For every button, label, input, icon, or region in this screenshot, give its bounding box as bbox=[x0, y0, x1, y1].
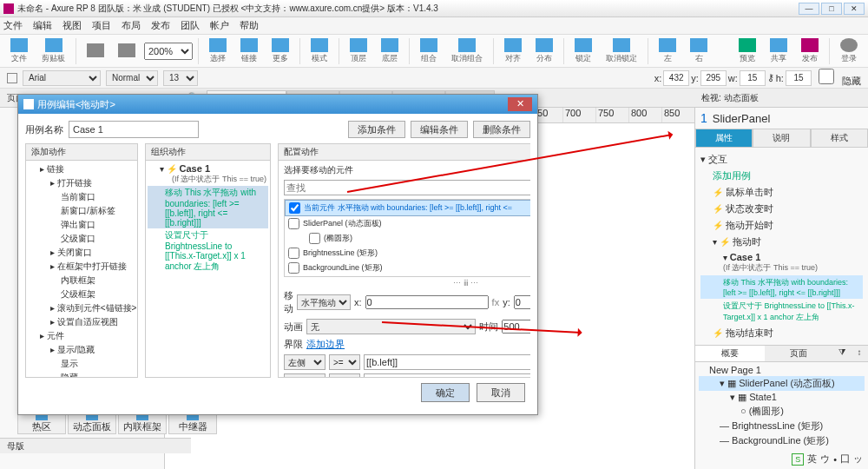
tool-right[interactable]: 右 bbox=[685, 38, 713, 64]
menu-team[interactable]: 团队 bbox=[181, 19, 200, 32]
move-x-input[interactable] bbox=[365, 295, 489, 309]
action-item[interactable]: 弹出窗口 bbox=[28, 218, 135, 232]
action-item[interactable]: 当前窗口 bbox=[28, 190, 135, 204]
cfg-search-input[interactable] bbox=[284, 180, 530, 195]
move-y-input[interactable] bbox=[514, 295, 530, 309]
menu-file[interactable]: 文件 bbox=[3, 19, 23, 32]
tool-bottom[interactable]: 底层 bbox=[376, 38, 404, 64]
y-input[interactable] bbox=[700, 70, 727, 86]
event-dragend[interactable]: ⚡ 拖动结束时 bbox=[700, 325, 863, 341]
cfg-widget-item[interactable]: (椭圆形) bbox=[285, 231, 530, 246]
tool-unlock[interactable]: 取消锁定 bbox=[601, 38, 642, 64]
menu-edit[interactable]: 编辑 bbox=[33, 19, 52, 32]
anim-type-select[interactable]: 无 bbox=[306, 319, 476, 334]
action-item[interactable]: 父级框架 bbox=[28, 287, 135, 301]
action-item[interactable]: ▸ 打开链接 bbox=[28, 176, 135, 190]
outline-brightness[interactable]: — BrightnessLine (矩形) bbox=[699, 419, 865, 433]
tool-mode[interactable]: 模式 bbox=[306, 38, 333, 64]
w-input[interactable] bbox=[740, 70, 766, 86]
delete-condition-button[interactable]: 删除条件 bbox=[473, 121, 530, 138]
menu-layout[interactable]: 布局 bbox=[122, 19, 141, 32]
event-dragstart[interactable]: ⚡ 拖动开始时 bbox=[700, 217, 863, 234]
add-condition-button[interactable]: 添加条件 bbox=[348, 121, 405, 138]
menu-publish[interactable]: 发布 bbox=[151, 19, 170, 32]
tab-outline[interactable]: 概要 bbox=[695, 346, 765, 361]
anim-time-input[interactable] bbox=[502, 320, 530, 334]
org-case[interactable]: ▾ ⚡ Case 1(If 选中状态于 This == true) bbox=[148, 162, 268, 186]
tool-select[interactable]: 选择 bbox=[204, 38, 232, 64]
tool-ungroup[interactable]: 取消组合 bbox=[446, 38, 488, 64]
tool-top[interactable]: 顶层 bbox=[345, 38, 372, 64]
dialog-titlebar[interactable]: 用例编辑<拖动时> ✕ bbox=[18, 95, 537, 114]
tab-page[interactable]: 页面 bbox=[765, 346, 834, 361]
dialog-close-button[interactable]: ✕ bbox=[508, 97, 532, 111]
tool-distribute[interactable]: 分布 bbox=[530, 38, 558, 64]
tool-publish[interactable]: 发布 bbox=[796, 38, 824, 64]
tool-login[interactable]: 登录 bbox=[835, 38, 863, 64]
action-item[interactable]: ▸ 显示/隐藏 bbox=[28, 343, 135, 357]
actions-tree[interactable]: ▸ 链接▸ 打开链接当前窗口新窗口/新标签弹出窗口父级窗口▸ 关闭窗口▸ 在框架… bbox=[26, 161, 137, 377]
outline-page[interactable]: New Page 1 bbox=[699, 364, 865, 376]
org-move-action[interactable]: 移动 This 水平拖动 with boundaries: [left >= [… bbox=[148, 186, 268, 228]
cancel-button[interactable]: 取消 bbox=[477, 383, 525, 402]
move-type-select[interactable]: 水平拖动 bbox=[297, 294, 351, 310]
menu-view[interactable]: 视图 bbox=[62, 19, 82, 32]
tool-align[interactable]: 对齐 bbox=[499, 38, 527, 64]
edit-condition-button[interactable]: 编辑条件 bbox=[411, 121, 468, 138]
event-click[interactable]: ⚡ 鼠标单击时 bbox=[700, 184, 863, 201]
org-size-action[interactable]: 设置尺寸于 BrightnessLine to [[This.x-Target.… bbox=[148, 228, 268, 274]
action-item[interactable]: ▸ 链接 bbox=[28, 162, 135, 176]
sort-icon[interactable]: ↕ bbox=[851, 346, 868, 361]
filter-icon[interactable]: ⧩ bbox=[833, 346, 851, 361]
tool-more[interactable]: 更多 bbox=[266, 38, 294, 64]
action-item[interactable]: ▸ 元件 bbox=[28, 329, 135, 343]
action-item[interactable]: ▸ 设置自适应视图 bbox=[28, 315, 135, 329]
event-statechange[interactable]: ⚡ 状态改变时 bbox=[700, 201, 863, 217]
action-item[interactable]: ▸ 滚动到元件<锚链接> bbox=[28, 301, 135, 315]
move-action[interactable]: 移动 This 水平拖动 with boundaries: [left >= [… bbox=[700, 275, 863, 299]
tool-left[interactable]: 左 bbox=[654, 38, 681, 64]
rect-tool-icon[interactable] bbox=[7, 73, 17, 83]
ime-s-icon[interactable]: S bbox=[792, 453, 804, 466]
tab-style[interactable]: 样式 bbox=[811, 129, 868, 148]
menu-help[interactable]: 帮助 bbox=[240, 19, 259, 32]
tab-notes[interactable]: 说明 bbox=[753, 129, 810, 148]
weight-select[interactable]: Normal bbox=[106, 70, 158, 86]
minimize-button[interactable]: — bbox=[799, 3, 819, 15]
action-item[interactable]: ▸ 在框架中打开链接 bbox=[28, 260, 135, 274]
maximize-button[interactable]: □ bbox=[821, 3, 842, 15]
outline-state1[interactable]: ▾ ▦ State1 bbox=[699, 391, 865, 404]
lock-icon[interactable]: ⚷ bbox=[767, 72, 774, 83]
event-drag[interactable]: ▾ ⚡ 拖动时 bbox=[700, 234, 863, 250]
zoom-select[interactable]: 200% bbox=[144, 43, 193, 60]
outline-background[interactable]: — BackgroundLine (矩形) bbox=[699, 433, 865, 448]
tool-group-btn[interactable]: 组合 bbox=[415, 38, 443, 64]
tab-properties[interactable]: 属性 bbox=[695, 129, 753, 148]
case-node[interactable]: ▾ Case 1(If 选中状态于 This == true) bbox=[700, 250, 863, 275]
size-action[interactable]: 设置尺寸于 BrightnessLine to [[This.x-Target.… bbox=[700, 299, 863, 325]
case-name-input[interactable] bbox=[69, 121, 199, 138]
outline-ellipse[interactable]: ○ (椭圆形) bbox=[699, 404, 865, 419]
menu-project[interactable]: 项目 bbox=[92, 19, 111, 32]
tool-undo[interactable] bbox=[82, 43, 109, 58]
action-item[interactable]: ▸ 关闭窗口 bbox=[28, 246, 135, 260]
font-select[interactable]: Arial bbox=[23, 70, 101, 86]
tool-link[interactable]: 链接 bbox=[235, 38, 263, 64]
cfg-widget-list[interactable]: 当前元件 水平拖动 with boundaries: [left >= [[b.… bbox=[284, 199, 530, 277]
tool-preview[interactable]: 预览 bbox=[733, 38, 761, 64]
cfg-widget-item[interactable]: BrightnessLine (矩形) bbox=[285, 246, 530, 261]
h-input[interactable] bbox=[786, 70, 812, 86]
outline-slider[interactable]: ▾ ▦ SliderPanel (动态面板) bbox=[699, 376, 865, 391]
x-input[interactable] bbox=[663, 70, 689, 86]
action-item[interactable]: 隐藏 bbox=[28, 371, 135, 377]
action-item[interactable]: 显示 bbox=[28, 357, 135, 371]
add-boundary-link[interactable]: 添加边界 bbox=[306, 338, 345, 351]
tool-lock[interactable]: 锁定 bbox=[569, 38, 597, 64]
tool-clipboard[interactable]: 剪贴板 bbox=[36, 38, 70, 64]
action-item[interactable]: 内联框架 bbox=[28, 274, 135, 287]
action-item[interactable]: 父级窗口 bbox=[28, 232, 135, 246]
add-case-link[interactable]: 添加用例 bbox=[713, 170, 751, 181]
tool-redo[interactable] bbox=[113, 43, 141, 58]
cfg-widget-item[interactable]: BackgroundLine (矩形) bbox=[285, 261, 530, 275]
tool-share[interactable]: 共享 bbox=[765, 38, 792, 64]
